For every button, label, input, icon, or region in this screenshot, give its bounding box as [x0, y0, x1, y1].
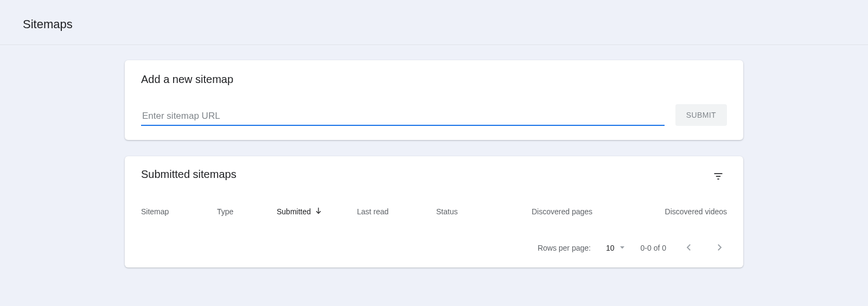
prev-page-button[interactable] — [681, 240, 697, 256]
column-videos[interactable]: Discovered videos — [633, 207, 727, 216]
rows-per-page-label: Rows per page: — [538, 244, 591, 252]
page-header: Sitemaps — [0, 0, 868, 45]
filter-icon — [713, 171, 724, 183]
rows-per-page-select[interactable]: 10 — [606, 244, 626, 252]
sitemap-url-input[interactable] — [141, 107, 665, 126]
submitted-sitemaps-card: Submitted sitemaps Sitemap Type Submitte… — [125, 156, 743, 267]
table-pagination: Rows per page: 10 0-0 of 0 — [125, 225, 743, 267]
page-title: Sitemaps — [23, 17, 868, 31]
chevron-left-icon — [684, 243, 694, 254]
column-submitted[interactable]: Submitted — [277, 206, 357, 216]
column-pages[interactable]: Discovered pages — [532, 207, 633, 216]
sort-desc-icon — [311, 206, 323, 216]
submitted-sitemaps-title: Submitted sitemaps — [141, 168, 237, 181]
add-sitemap-card: Add a new sitemap SUBMIT — [125, 60, 743, 140]
pagination-range: 0-0 of 0 — [641, 244, 666, 252]
svg-marker-4 — [620, 246, 624, 249]
table-header-row: Sitemap Type Submitted Last read Status … — [125, 186, 743, 225]
dropdown-icon — [619, 244, 626, 252]
main-container: Add a new sitemap SUBMIT Submitted sitem… — [125, 45, 743, 295]
column-submitted-label: Submitted — [277, 207, 311, 216]
chevron-right-icon — [714, 243, 724, 254]
column-type[interactable]: Type — [217, 207, 277, 216]
filter-button[interactable] — [710, 168, 727, 186]
column-sitemap[interactable]: Sitemap — [141, 207, 217, 216]
add-sitemap-title: Add a new sitemap — [141, 73, 727, 86]
rows-per-page-value: 10 — [606, 244, 615, 252]
column-status[interactable]: Status — [436, 207, 532, 216]
next-page-button[interactable] — [712, 240, 727, 256]
submit-button[interactable]: SUBMIT — [675, 104, 727, 126]
column-lastread[interactable]: Last read — [357, 207, 436, 216]
